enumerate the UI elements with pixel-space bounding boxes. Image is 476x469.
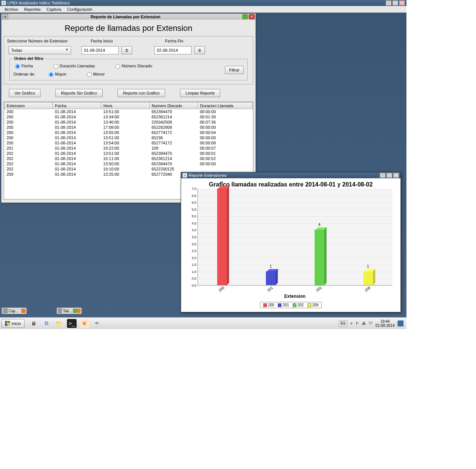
app-title-bar: ☕ LPBX Analizador tráfico Telefónico _ ☐… (0, 0, 406, 6)
language-indicator[interactable]: ES (339, 320, 347, 327)
label-extension: Seleccione Número de Extension (7, 39, 91, 43)
filter-panel: Seleccione Número de Extension Fecha Ini… (4, 36, 253, 84)
xampp-icon[interactable]: ✖ (80, 319, 89, 328)
chart-legend: 200201202209 (260, 302, 322, 308)
ver-grafico-button[interactable]: Ver Gráfico (9, 89, 41, 97)
java-icon[interactable]: ☕ (92, 319, 102, 328)
desktop-tray: Cap... Tab... (1, 307, 82, 314)
table-row[interactable]: 20201-08-201419:10:006522200125 (4, 166, 253, 172)
window-icon (3, 308, 8, 313)
col-extension[interactable]: Extension (4, 102, 53, 109)
restore-icon (77, 309, 81, 313)
table-row[interactable]: 20201-08-201413:51:0065238447000:00:01 (4, 151, 253, 156)
table-row[interactable]: 20001-08-201413:54:0065277417200:00:08 (4, 140, 253, 146)
calendar-inicio-button[interactable]: 🗓 (122, 46, 132, 54)
label-ordenar: Ordenar de: (13, 72, 47, 76)
taskbar-clock[interactable]: 19:44 01-08-2014 (376, 319, 395, 328)
table-row[interactable]: 20201-08-201413:50:0065238447000:00:00 (4, 161, 253, 166)
chart-plot: 0,00,51,01,52,02,53,03,54,04,55,05,56,06… (197, 189, 392, 285)
network-icon[interactable]: 🖧 (362, 321, 366, 325)
frame-maximize-button[interactable]: ☐ (242, 14, 248, 19)
menu-config[interactable]: Configuración (64, 7, 95, 12)
table-row[interactable]: 20001-08-201413:40:0022634250800:07:36 (4, 119, 253, 125)
chart-close-button[interactable]: ✕ (393, 173, 399, 178)
explorer-icon[interactable]: 📁 (54, 319, 64, 328)
table-row[interactable]: 20001-08-201413:55:0065277417200:00:54 (4, 130, 253, 135)
fecha-inicio-input[interactable] (81, 46, 119, 54)
legend-item: 209 (308, 303, 319, 307)
table-row[interactable]: 20001-08-201417:08:0065226280800:00:00 (4, 125, 253, 130)
systray-icon[interactable]: « (350, 321, 353, 325)
label-fecha-fin: Fecha Fin (165, 39, 183, 43)
col-duracion[interactable]: Duracion Llamada (198, 102, 253, 109)
menu-archivo[interactable]: Archivo (1, 7, 21, 12)
chart-maximize-button[interactable]: ☐ (386, 173, 392, 178)
limpiar-reporte-button[interactable]: Limpiar Reporte (180, 89, 220, 97)
flag-icon[interactable]: 🏳 (356, 321, 359, 325)
taskbar-icon[interactable]: 🖥 (29, 319, 39, 328)
frame-menu-button[interactable]: ▾ (2, 14, 8, 19)
java-icon: ☕ (1, 1, 6, 5)
restore-icon (73, 309, 77, 313)
chart-window-title: Reporte Extensiones (189, 173, 226, 178)
menu-captura[interactable]: Captura (44, 7, 64, 12)
reporte-sin-grafico-button[interactable]: Reporte Sin Gráfico (55, 89, 103, 97)
menu-reportes[interactable]: Reportes (21, 7, 44, 12)
order-panel: Orden del filtro Fecha Duración Llamadas… (9, 59, 248, 80)
table-row[interactable]: 20101-08-201419:22:0010900:00:07 (4, 146, 253, 151)
chart-xlabel: Extension (197, 294, 392, 299)
chart-window: ☕ Reporte Extensiones _ ☐ ✕ Grafico llam… (181, 172, 401, 312)
table-row[interactable]: 20001-08-201413:51:006523600:00:00 (4, 135, 253, 140)
radio-duracion[interactable]: Duración Llamadas (52, 63, 95, 69)
report-heading: Reporte de llamadas por Extension (1, 20, 255, 36)
table-row[interactable]: 20001-08-201413:51:0065238447000:00:00 (4, 109, 253, 114)
shield-icon[interactable]: 🛡 (369, 321, 373, 325)
maximize-button[interactable]: ☐ (392, 0, 398, 6)
col-hora[interactable]: Hora (101, 102, 149, 109)
fecha-fin-input[interactable] (154, 46, 192, 54)
col-numero[interactable]: Numero Discado (149, 102, 198, 109)
calendar-fin-button[interactable]: 🗓 (194, 46, 205, 54)
table-row[interactable]: 20001-08-201413:34:0065236121400:01:30 (4, 114, 253, 119)
legend-item: 201 (278, 303, 289, 307)
radio-menor[interactable]: Menor (85, 71, 105, 77)
windows-logo-icon (5, 321, 10, 326)
restore-icon (21, 309, 26, 313)
app-title: LPBX Analizador tráfico Telefónico (7, 1, 70, 5)
legend-item: 202 (293, 303, 304, 307)
window-icon (58, 308, 62, 313)
minimize-button[interactable]: _ (386, 0, 392, 6)
menu-bar: Archivo Reportes Captura Configuración (0, 6, 406, 13)
frame-title: Reporte de Llamadas por Extension (10, 15, 241, 19)
filtrar-button[interactable]: Filtrar (225, 66, 244, 74)
table-row[interactable]: 20201-08-201415:11:0065236121400:00:52 (4, 156, 253, 161)
taskbar: Inicio 🖥 ⧉ 📁 >_ ✖ ☕ ES « 🏳 🖧 🛡 19:44 01-… (0, 317, 406, 329)
extension-select[interactable]: Todas (9, 46, 71, 54)
java-icon: ☕ (183, 173, 187, 178)
chart-minimize-button[interactable]: _ (380, 173, 386, 178)
radio-numero[interactable]: Número Discado (113, 63, 152, 69)
legend-item: 200 (263, 303, 274, 307)
show-desktop-button[interactable] (398, 320, 403, 326)
taskbar-icon[interactable]: ⧉ (42, 319, 51, 328)
col-fecha[interactable]: Fecha (53, 102, 101, 109)
order-legend: Orden del filtro (13, 56, 45, 61)
tray-captura[interactable]: Cap... (1, 307, 27, 314)
reporte-con-grafico-button[interactable]: Reporte con Gráfico (118, 89, 165, 97)
tray-tab[interactable]: Tab... (57, 307, 82, 314)
terminal-icon[interactable]: >_ (67, 319, 77, 328)
close-button[interactable]: ✕ (399, 0, 405, 6)
frame-close-button[interactable]: ✕ (249, 14, 255, 19)
start-button[interactable]: Inicio (1, 319, 25, 328)
radio-mayor[interactable]: Mayor (47, 71, 67, 77)
radio-fecha[interactable]: Fecha (13, 63, 33, 69)
label-fecha-inicio: Fecha Inicio (91, 39, 165, 43)
